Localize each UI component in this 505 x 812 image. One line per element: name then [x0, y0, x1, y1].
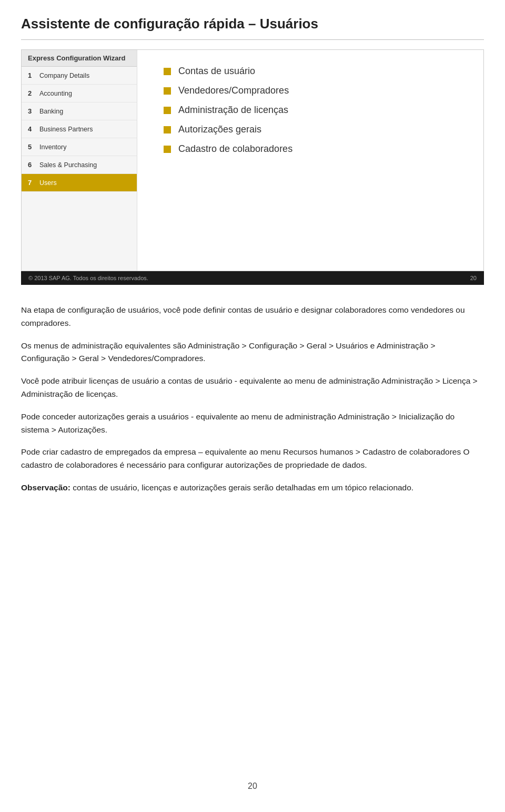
bullet-item-1: Contas de usuário — [164, 66, 462, 77]
step-num-7: 7 — [28, 179, 35, 187]
bullet-icon-3 — [164, 107, 171, 114]
body-text: Na etapa de configuração de usuários, vo… — [21, 304, 484, 495]
step-num-1: 1 — [28, 71, 35, 79]
body-paragraph-6-bold: Observação: — [21, 483, 70, 492]
bullet-text-1: Contas de usuário — [178, 66, 255, 77]
footer-copyright: © 2013 SAP AG. Todos os direitos reserva… — [28, 275, 148, 281]
bullet-item-4: Autorizações gerais — [164, 124, 462, 135]
bullet-item-5: Cadastro de colaboradores — [164, 143, 462, 155]
wizard-item-4[interactable]: 4 Business Partners — [22, 120, 137, 138]
step-label-1: Company Details — [39, 72, 89, 79]
wizard-item-5[interactable]: 5 Inventory — [22, 138, 137, 156]
body-paragraph-3: Você pode atribuir licenças de usuário a… — [21, 375, 484, 401]
step-num-4: 4 — [28, 125, 35, 133]
wizard-item-2[interactable]: 2 Accounting — [22, 85, 137, 102]
bullet-item-2: Vendedores/Compradores — [164, 85, 462, 96]
step-label-4: Business Partners — [39, 126, 93, 133]
bullet-icon-4 — [164, 126, 171, 133]
bullet-text-3: Administração de licenças — [178, 105, 288, 116]
bullet-item-3: Administração de licenças — [164, 105, 462, 116]
bullet-text-2: Vendedores/Compradores — [178, 85, 289, 96]
footer-page-num: 20 — [470, 275, 477, 281]
wizard-item-3[interactable]: 3 Banking — [22, 102, 137, 120]
step-num-5: 5 — [28, 143, 35, 151]
wizard-items: 1 Company Details 2 Accounting 3 Banking… — [22, 67, 137, 192]
body-paragraph-4: Pode conceder autorizações gerais a usuá… — [21, 410, 484, 437]
wizard-item-7[interactable]: 7 Users — [22, 174, 137, 192]
step-label-3: Banking — [39, 108, 63, 115]
wizard-item-1[interactable]: 1 Company Details — [22, 67, 137, 85]
body-paragraph-6: Observação: contas de usuário, licenças … — [21, 481, 484, 495]
bullet-icon-2 — [164, 87, 171, 95]
bullet-icon-5 — [164, 146, 171, 153]
step-label-6: Sales & Purchasing — [39, 161, 97, 169]
page-title: Assistente de configuração rápida – Usuá… — [21, 16, 484, 40]
slide-box: Express Configuration Wizard 1 Company D… — [21, 49, 484, 271]
body-paragraph-1: Na etapa de configuração de usuários, vo… — [21, 304, 484, 330]
step-label-5: Inventory — [39, 143, 66, 151]
step-label-7: Users — [39, 179, 57, 187]
step-num-6: 6 — [28, 161, 35, 169]
bottom-page-number: 20 — [21, 760, 484, 791]
step-num-2: 2 — [28, 89, 35, 97]
body-paragraph-6-rest: contas de usuário, licenças e autorizaçõ… — [70, 483, 413, 492]
step-label-2: Accounting — [39, 90, 72, 97]
wizard-panel: Express Configuration Wizard 1 Company D… — [22, 50, 137, 271]
body-paragraph-5: Pode criar cadastro de empregados da emp… — [21, 446, 484, 472]
slide-footer: © 2013 SAP AG. Todos os direitos reserva… — [21, 271, 484, 285]
right-panel: Contas de usuário Vendedores/Compradores… — [137, 50, 483, 170]
bullet-text-4: Autorizações gerais — [178, 124, 261, 135]
wizard-header: Express Configuration Wizard — [22, 50, 137, 67]
bullet-text-5: Cadastro de colaboradores — [178, 143, 292, 155]
body-paragraph-2: Os menus de administração equivalentes s… — [21, 340, 484, 366]
bullet-list: Contas de usuário Vendedores/Compradores… — [164, 66, 462, 155]
wizard-item-6[interactable]: 6 Sales & Purchasing — [22, 156, 137, 174]
bullet-icon-1 — [164, 68, 171, 75]
step-num-3: 3 — [28, 107, 35, 115]
